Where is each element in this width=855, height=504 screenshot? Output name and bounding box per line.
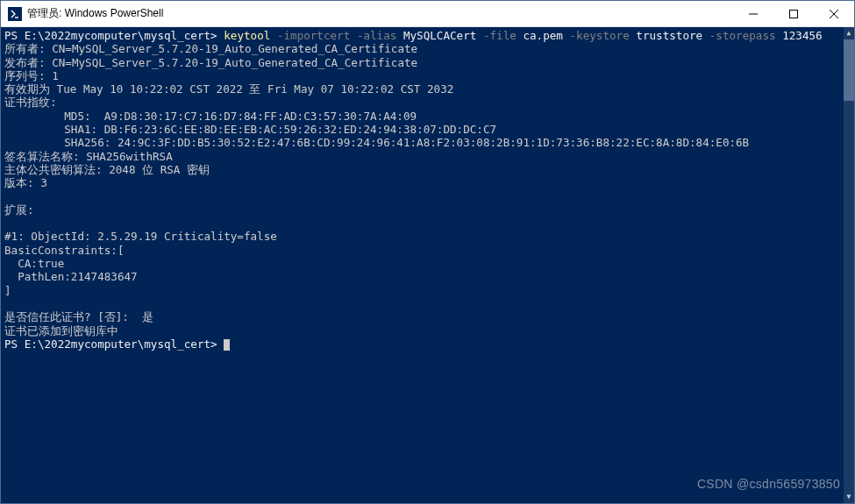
close-button[interactable] — [814, 1, 854, 26]
cmd-alias-value: MySQLCACert — [403, 29, 476, 42]
window-title: 管理员: Windows PowerShell — [27, 6, 733, 21]
powershell-icon — [8, 7, 22, 21]
out-md5: MD5: A9:D8:30:17:C7:16:D7:84:FF:AD:C3:57… — [4, 110, 417, 123]
titlebar[interactable]: 管理员: Windows PowerShell — [1, 1, 854, 27]
cmd-arg-alias: -alias — [357, 29, 403, 42]
cmd-keytool: keytool — [224, 29, 270, 42]
prompt-text: PS E:\2022mycomputer\mysql_cert> — [4, 29, 224, 42]
window-controls — [733, 1, 854, 26]
minimize-button[interactable] — [733, 1, 773, 26]
scrollbar-vertical[interactable]: ▲ ▼ — [844, 27, 854, 503]
cmd-arg-keystore: -keystore — [563, 29, 636, 42]
prompt-text: PS E:\2022mycomputer\mysql_cert> — [4, 337, 224, 351]
out-sig-alg: 签名算法名称: SHA256withRSA — [4, 150, 173, 163]
watermark-text: CSDN @csdn565973850 — [697, 478, 840, 491]
cmd-storepass-value: 123456 — [782, 29, 823, 42]
out-sha256: SHA256: 24:9C:3F:DD:B5:30:52:E2:47:6B:CD… — [4, 136, 749, 149]
scrollbar-up-icon[interactable]: ▲ — [844, 27, 854, 39]
out-basic-constraints: BasicConstraints:[ — [4, 244, 124, 257]
cmd-file-value: ca.pem — [523, 29, 563, 42]
window-root: 管理员: Windows PowerShell PS E:\2022mycomp… — [0, 0, 855, 504]
cmd-arg-importcert: -importcert — [270, 29, 357, 42]
out-owner: 所有者: CN=MySQL_Server_5.7.20-19_Auto_Gene… — [4, 42, 417, 55]
out-ca: CA:true — [4, 257, 64, 270]
cmd-keystore-value: truststore — [636, 29, 702, 42]
out-pathlen: PathLen:2147483647 — [4, 270, 138, 283]
out-basic-constraints-end: ] — [4, 284, 11, 297]
out-sha1: SHA1: DB:F6:23:6C:EE:8D:EE:EB:AC:59:26:3… — [4, 123, 496, 136]
out-ext-header: 扩展: — [4, 203, 40, 217]
cmd-arg-storepass: -storepass — [702, 29, 782, 42]
out-validity: 有效期为 Tue May 10 10:22:02 CST 2022 至 Fri … — [4, 82, 453, 96]
maximize-button[interactable] — [773, 1, 814, 26]
out-version: 版本: 3 — [4, 176, 47, 189]
out-trust-prompt: 是否信任此证书? [否]: 是 — [4, 310, 153, 323]
terminal-pane[interactable]: PS E:\2022mycomputer\mysql_cert> keytool… — [1, 27, 854, 503]
scrollbar-thumb[interactable] — [844, 39, 854, 101]
out-fingerprints-header: 证书指纹: — [4, 96, 57, 109]
out-ext-id: #1: ObjectId: 2.5.29.19 Criticality=fals… — [4, 230, 277, 243]
cursor — [224, 339, 230, 351]
out-serial: 序列号: 1 — [4, 69, 59, 82]
out-pubkey: 主体公共密钥算法: 2048 位 RSA 密钥 — [4, 163, 210, 176]
svg-rect-2 — [790, 10, 798, 18]
out-issuer: 发布者: CN=MySQL_Server_5.7.20-19_Auto_Gene… — [4, 56, 417, 69]
cmd-arg-file: -file — [476, 29, 523, 42]
out-added: 证书已添加到密钥库中 — [4, 324, 118, 337]
scrollbar-down-icon[interactable]: ▼ — [844, 491, 854, 503]
